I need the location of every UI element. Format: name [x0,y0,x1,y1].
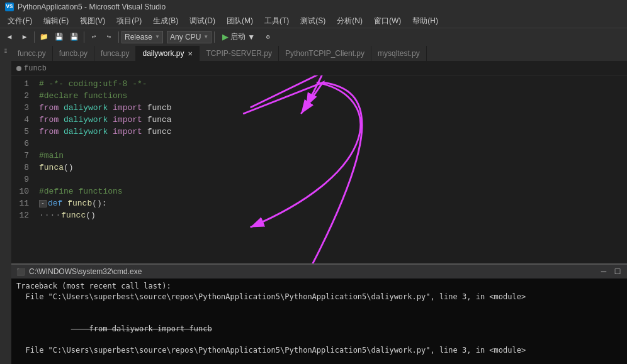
term-indent [71,314,89,323]
code-line-4: from daliywork import funca [39,114,622,126]
code-line-5: from daliywork import funcc [39,126,622,138]
code-token: ···· [39,209,61,221]
tab-tcpip-label: TCPIP-SERVER.py [206,49,271,58]
breadcrumb-bar: funcb [11,62,627,75]
terminal-content: Traceback (most recent call last): File … [11,279,627,364]
code-token: from [39,114,64,126]
code-line-6 [39,138,622,150]
menu-test[interactable]: 测试(S) [295,14,330,28]
toolbar-open[interactable]: 📁 [37,30,51,44]
code-line-3: from daliywork import funcb [39,102,622,114]
tabs-bar: funcc.py funcb.py funca.py dailywork.py … [11,45,627,62]
terminal-line-3: from daliywork import funcb [16,302,622,345]
run-label: 启动 [230,31,246,42]
toolbar-back[interactable]: ◀ [3,30,16,44]
menu-build[interactable]: 生成(B) [148,14,183,28]
tab-funcb-label: funcb.py [59,49,88,58]
code-content[interactable]: # -*- coding:utf-8 -*- #declare function… [34,75,627,263]
code-token: import [113,114,147,126]
toolbar-forward[interactable]: ▶ [18,30,31,44]
terminal-restore[interactable]: □ [613,267,622,276]
line-numbers: 1 2 3 4 5 6 7 8 9 10 11 12 [11,75,34,263]
collapse-button[interactable]: - [39,200,47,207]
terminal-minimize[interactable]: — [599,267,608,276]
code-token: funca [147,114,172,126]
code-line-2: #declare functions [39,90,622,102]
menu-analyze[interactable]: 分析(N) [332,14,368,28]
menu-file[interactable]: 文件(F) [3,14,37,28]
code-token: from [39,126,64,138]
toolbar-attach[interactable]: ⚙ [261,30,275,44]
toolbar-sep3 [118,31,119,43]
content-area: funcc.py funcb.py funca.py dailywork.py … [11,45,627,364]
code-token: import [113,102,147,114]
code-token: daliywork [64,114,113,126]
toolbar-sep1 [34,31,35,43]
svg-rect-0 [4,49,7,50]
play-icon: ▶ [222,32,229,41]
code-token: # -*- coding:utf-8 -*- [39,78,147,90]
tab-funcc-label: funcc.py [18,49,46,58]
toolbar-undo[interactable]: ↩ [87,30,101,44]
terminal-line-5: from daliywork import funcb [16,356,622,364]
platform-arrow: ▼ [203,34,208,40]
menu-project[interactable]: 项目(P) [111,14,147,28]
toolbar-redo[interactable]: ↪ [102,30,116,44]
code-line-8: funca() [39,162,622,174]
tab-tcpip-server[interactable]: TCPIP-SERVER.py [200,46,278,61]
toolbar-save-all[interactable]: 💾 [67,30,81,44]
code-token: from [39,102,64,114]
tab-mysqltest[interactable]: mysqltest.py [371,46,427,61]
code-line-1: # -*- coding:utf-8 -*- [39,78,622,90]
code-token: #main [39,150,64,162]
menu-team[interactable]: 团队(M) [222,14,258,28]
term-from: from daliywork import funcb [71,324,212,333]
sidebar-solution-explorer[interactable] [1,48,10,57]
code-token: () [86,209,96,221]
tab-dailywork[interactable]: dailywork.py ✕ [136,46,200,61]
platform-dropdown[interactable]: Any CPU ▼ [167,31,212,43]
terminal-panel: ⬛ C:\WINDOWS\system32\cmd.exe — □ Traceb… [11,263,627,364]
terminal-title: ⬛ C:\WINDOWS\system32\cmd.exe [16,267,142,276]
terminal-line-2: File "C:\Users\superbest\source\repos\Py… [16,292,622,302]
menu-edit[interactable]: 编辑(E) [38,14,74,28]
vs-logo: VS [5,3,14,11]
menu-view[interactable]: 视图(V) [75,14,110,28]
toolbar-save[interactable]: 💾 [52,30,66,44]
window-title: PythonApplication5 - Microsoft Visual St… [18,3,166,11]
terminal-icon: ⬛ [16,268,25,276]
toolbar: ◀ ▶ 📁 💾 💾 ↩ ↪ Release ▼ Any CPU ▼ ▶ 启动 ▼… [0,28,627,45]
menu-debug[interactable]: 调试(D) [184,14,220,28]
terminal-title-text: C:\WINDOWS\system32\cmd.exe [29,267,142,276]
code-token: funcb [147,102,172,114]
tab-python-client[interactable]: PythonTCPIP_Client.py [279,46,371,61]
tab-dailywork-close[interactable]: ✕ [188,50,193,57]
menu-help[interactable]: 帮助(H) [407,14,443,28]
platform-label: Any CPU [170,33,201,41]
terminal-line-1: Traceback (most recent call last): [16,281,622,292]
tab-funca-label: funca.py [101,49,129,58]
main-area: funcc.py funcb.py funca.py dailywork.py … [0,45,627,364]
code-token: daliywork [64,126,113,138]
code-token: funcc [61,209,86,221]
code-line-10: #define functions [39,185,622,197]
tab-funcc[interactable]: funcc.py [11,46,53,61]
tab-funca[interactable]: funca.py [94,46,136,61]
breadcrumb-label: funcb [24,64,47,73]
svg-rect-1 [4,50,7,51]
code-line-12: ····funcc() [39,209,622,221]
menu-bar: 文件(F) 编辑(E) 视图(V) 项目(P) 生成(B) 调试(D) 团队(M… [0,14,627,28]
run-button[interactable]: ▶ 启动 ▼ [217,30,260,43]
config-dropdown[interactable]: Release ▼ [121,31,163,43]
menu-tools[interactable]: 工具(T) [259,14,294,28]
toolbar-sep4 [214,31,215,43]
code-token: daliywork [64,102,113,114]
menu-window[interactable]: 窗口(W) [369,14,406,28]
tab-funcb[interactable]: funcb.py [53,46,94,61]
code-token: () [64,162,74,174]
code-token: funcc [147,126,172,138]
editor-area[interactable]: 1 2 3 4 5 6 7 8 9 10 11 12 # -*- codin [11,75,627,263]
code-token: (): [92,197,106,209]
code-token: #define functions [39,185,123,197]
config-label: Release [125,33,152,41]
